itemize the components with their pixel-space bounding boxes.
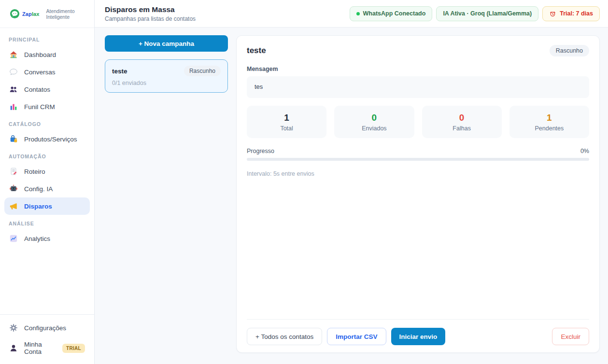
new-campaign-button[interactable]: + Nova campanha xyxy=(105,35,228,52)
brand-tagline: Atendimento Inteligente xyxy=(46,8,87,20)
delete-button[interactable]: Excluir xyxy=(552,328,589,345)
sidebar-item-label: Produtos/Serviços xyxy=(24,136,77,143)
section-label-analise: ANÁLISE xyxy=(4,215,90,230)
sidebar-item-roteiro[interactable]: Roteiro xyxy=(4,163,90,180)
campaign-detail-header: teste Rascunho xyxy=(247,45,589,56)
stat-label-pendentes: Pendentes xyxy=(514,125,584,132)
campaign-status-badge: Rascunho xyxy=(184,66,221,76)
brand-header: Zaplax Atendimento Inteligente xyxy=(0,0,94,28)
stat-label-total: Total xyxy=(252,125,322,132)
user-icon xyxy=(9,344,18,352)
sidebar: Zaplax Atendimento Inteligente PRINCIPAL… xyxy=(0,0,95,364)
sidebar-item-label: Roteiro xyxy=(24,168,45,175)
sidebar-item-label: Funil CRM xyxy=(24,103,55,111)
sidebar-nav: PRINCIPAL Dashboard Conversas Contatos xyxy=(0,28,94,314)
green-dot-icon xyxy=(356,12,360,15)
progress-bar xyxy=(247,158,589,161)
sidebar-item-label: Dashboard xyxy=(24,51,56,58)
sidebar-item-conversas[interactable]: Conversas xyxy=(4,63,90,81)
bar-chart-icon xyxy=(9,102,18,111)
sidebar-item-contatos[interactable]: Contatos xyxy=(4,81,90,98)
sidebar-item-dashboard[interactable]: Dashboard xyxy=(4,46,90,63)
whatsapp-status-badge: WhatsApp Conectado xyxy=(350,6,433,21)
sidebar-item-label: Contatos xyxy=(24,86,50,93)
sidebar-item-minha-conta[interactable]: Minha Conta TRIAL xyxy=(4,336,90,360)
campaign-detail-card: teste Rascunho Mensagem tes 1 Total 0 En… xyxy=(236,35,600,353)
house-icon xyxy=(9,50,18,59)
chart-up-icon xyxy=(9,234,18,243)
app-window: Zaplax Atendimento Inteligente PRINCIPAL… xyxy=(0,0,608,364)
start-send-button[interactable]: Iniciar envio xyxy=(391,328,446,345)
stat-label-enviados: Enviados xyxy=(339,125,409,132)
stat-card-pendentes: 1 Pendentes xyxy=(509,106,589,138)
page-title: Disparos em Massa xyxy=(105,5,196,14)
shopping-bags-icon xyxy=(9,135,18,143)
sidebar-item-label: Config. IA xyxy=(24,185,53,193)
detail-spacer xyxy=(247,177,589,319)
page-subtitle: Campanhas para listas de contatos xyxy=(105,15,196,22)
section-label-catalogo: CATÁLOGO xyxy=(4,115,90,130)
status-badges: WhatsApp Conectado IA Ativa · Groq (Llam… xyxy=(350,6,600,21)
people-icon xyxy=(9,85,18,94)
page-title-block: Disparos em Massa Campanhas para listas … xyxy=(105,5,196,22)
stat-card-enviados: 0 Enviados xyxy=(334,106,414,138)
sidebar-item-config-ia[interactable]: Config. IA xyxy=(4,180,90,197)
stat-label-falhas: Falhas xyxy=(427,125,497,132)
sidebar-item-analytics[interactable]: Analytics xyxy=(4,230,90,247)
page-header: Disparos em Massa Campanhas para listas … xyxy=(95,0,608,28)
stat-card-total: 1 Total xyxy=(247,106,326,138)
section-label-automacao: AUTOMAÇÃO xyxy=(4,148,90,163)
chat-bubble-icon xyxy=(9,68,18,76)
progress-percent: 0% xyxy=(580,148,589,154)
all-contacts-button[interactable]: + Todos os contatos xyxy=(247,328,322,345)
trial-badge: TRIAL xyxy=(62,344,85,353)
message-box[interactable]: tes xyxy=(247,76,589,98)
gear-icon xyxy=(9,323,18,332)
campaign-detail-title: teste xyxy=(247,46,266,56)
sidebar-item-label: Conversas xyxy=(24,69,56,76)
progress-row: Progresso 0% xyxy=(247,148,589,154)
campaign-meta: 0/1 enviados xyxy=(112,80,221,86)
alarm-clock-icon xyxy=(549,10,556,17)
megaphone-icon xyxy=(9,202,18,210)
stats-row: 1 Total 0 Enviados 0 Falhas 1 Pendentes xyxy=(247,106,589,138)
main-column: Disparos em Massa Campanhas para listas … xyxy=(95,0,608,364)
trial-status-badge: Trial: 7 dias xyxy=(542,6,600,21)
stat-value-enviados: 0 xyxy=(339,112,409,123)
whatsapp-status-label: WhatsApp Conectado xyxy=(363,10,426,17)
sidebar-item-disparos[interactable]: Disparos xyxy=(4,197,90,215)
stat-value-total: 1 xyxy=(252,112,322,123)
interval-text: Intervalo: 5s entre envios xyxy=(247,170,589,177)
progress-label: Progresso xyxy=(247,148,274,154)
sidebar-item-produtos-servicos[interactable]: Produtos/Serviços xyxy=(4,130,90,148)
robot-icon xyxy=(9,184,18,193)
sidebar-item-label: Minha Conta xyxy=(24,341,50,355)
sidebar-footer: Configurações Minha Conta TRIAL xyxy=(0,314,94,364)
detail-footer: + Todos os contatos Importar CSV Iniciar… xyxy=(247,319,589,345)
import-csv-button[interactable]: Importar CSV xyxy=(327,328,386,345)
trial-status-label: Trial: 7 dias xyxy=(560,10,593,17)
stat-card-falhas: 0 Falhas xyxy=(422,106,502,138)
memo-icon xyxy=(9,167,18,176)
content-area: + Nova campanha teste Rascunho 0/1 envia… xyxy=(95,28,608,364)
campaign-list-panel: + Nova campanha teste Rascunho 0/1 envia… xyxy=(105,35,228,353)
ia-status-label: IA Ativa · Groq (Llama/Gemma) xyxy=(443,10,532,17)
sidebar-item-label: Disparos xyxy=(24,203,52,210)
sidebar-item-label: Configurações xyxy=(24,324,66,332)
zaplax-logo-icon xyxy=(10,9,20,19)
stat-value-falhas: 0 xyxy=(427,112,497,123)
section-label-principal: PRINCIPAL xyxy=(4,31,90,46)
campaign-list-item[interactable]: teste Rascunho 0/1 enviados xyxy=(105,59,228,93)
brand-name: Zaplax xyxy=(22,11,40,17)
sidebar-item-label: Analytics xyxy=(24,235,50,242)
ia-status-badge: IA Ativa · Groq (Llama/Gemma) xyxy=(436,6,538,21)
stat-value-pendentes: 1 xyxy=(514,112,584,123)
campaign-detail-status-badge: Rascunho xyxy=(550,45,589,56)
message-label: Mensagem xyxy=(247,66,589,72)
sidebar-item-configuracoes[interactable]: Configurações xyxy=(4,319,90,336)
campaign-name: teste xyxy=(112,68,127,75)
sidebar-item-funil-crm[interactable]: Funil CRM xyxy=(4,98,90,115)
